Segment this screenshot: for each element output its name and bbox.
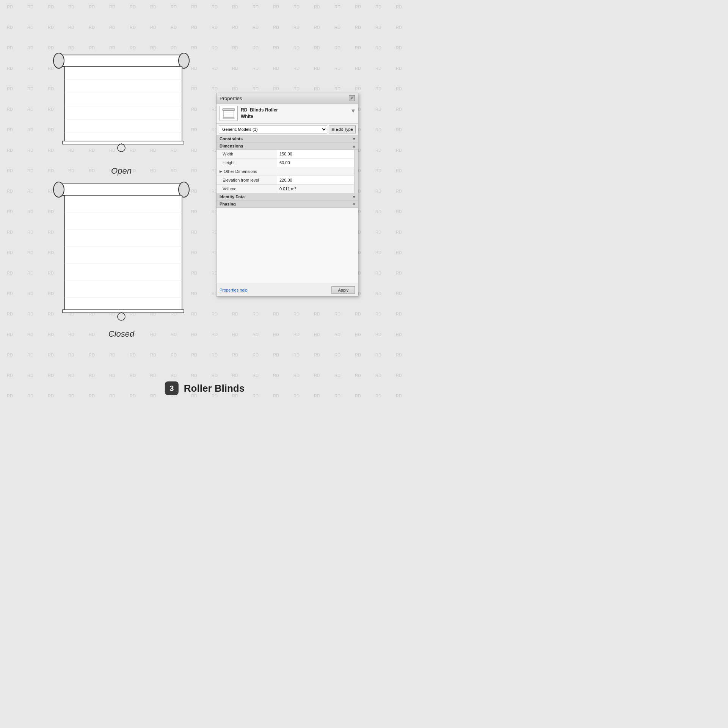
- component-name-line1: RD_Blinds Roller: [241, 107, 278, 113]
- label-number: 3: [165, 381, 179, 395]
- other-dimensions-toggle[interactable]: ▶ Other Dimensions: [217, 167, 277, 176]
- svg-rect-26: [223, 108, 235, 111]
- svg-point-3: [179, 53, 189, 68]
- dimensions-section-header[interactable]: Dimensions ▴: [217, 143, 358, 150]
- edit-type-button[interactable]: ⊞ Edit Type: [329, 125, 356, 133]
- label-text: Roller Blinds: [184, 383, 245, 394]
- width-label: Width: [217, 150, 277, 158]
- phasing-section-header[interactable]: Phasing ▾: [217, 201, 358, 208]
- other-dimensions-label: Other Dimensions: [224, 169, 257, 174]
- identity-data-collapse-icon[interactable]: ▾: [353, 195, 355, 199]
- empty-properties-area: [217, 208, 358, 284]
- height-label: Height: [217, 158, 277, 167]
- dimensions-label: Dimensions: [220, 144, 243, 148]
- svg-point-24: [118, 313, 125, 320]
- blind-closed-drawing: Closed: [38, 167, 205, 339]
- height-row: Height 60.00: [217, 158, 358, 167]
- constraints-section-header[interactable]: Constraints ▾: [217, 135, 358, 143]
- svg-rect-31: [223, 118, 234, 119]
- svg-point-15: [179, 182, 189, 197]
- dropdown-row: Generic Models (1) ⊞ Edit Type: [217, 124, 358, 135]
- svg-rect-16: [64, 195, 182, 311]
- other-dimensions-row[interactable]: ▶ Other Dimensions: [217, 167, 358, 176]
- edit-type-label: Edit Type: [336, 127, 353, 132]
- properties-help-link[interactable]: Properties help: [220, 288, 248, 292]
- svg-point-2: [53, 53, 64, 68]
- bottom-label: 3 Roller Blinds: [165, 381, 245, 395]
- elevation-label: Elevation from level: [217, 176, 277, 184]
- phasing-label: Phasing: [220, 202, 236, 206]
- svg-rect-1: [59, 55, 184, 66]
- svg-point-14: [53, 182, 64, 197]
- elevation-value[interactable]: 220.00: [277, 176, 354, 184]
- edit-type-icon: ⊞: [331, 127, 334, 132]
- width-value[interactable]: 150.00: [277, 150, 354, 158]
- panel-footer: Properties help Apply: [217, 284, 358, 296]
- panel-titlebar: Properties ×: [217, 93, 358, 104]
- identity-data-label: Identity Data: [220, 195, 245, 199]
- height-value[interactable]: 60.00: [277, 158, 354, 167]
- svg-point-11: [118, 144, 125, 152]
- other-dimensions-expand-icon: ▶: [220, 169, 222, 173]
- canvas-area: Open Clo: [0, 0, 410, 410]
- svg-rect-23: [63, 310, 184, 313]
- panel-close-button[interactable]: ×: [349, 95, 355, 101]
- volume-label: Volume: [217, 185, 277, 193]
- component-name-line2: White: [241, 113, 278, 120]
- panel-title: Properties: [220, 96, 242, 101]
- phasing-collapse-icon[interactable]: ▾: [353, 202, 355, 206]
- constraints-label: Constraints: [220, 136, 243, 141]
- component-thumbnail: [220, 106, 238, 121]
- closed-label: Closed: [38, 329, 205, 339]
- category-dropdown[interactable]: Generic Models (1): [219, 125, 327, 133]
- constraints-collapse-icon[interactable]: ▾: [353, 137, 355, 141]
- apply-button[interactable]: Apply: [331, 286, 355, 294]
- svg-rect-4: [64, 66, 182, 142]
- svg-rect-27: [223, 111, 234, 118]
- volume-row: Volume 0.011 m³: [217, 185, 358, 193]
- panel-header: RD_Blinds Roller White ▾: [217, 104, 358, 124]
- header-dropdown-arrow[interactable]: ▾: [351, 107, 355, 115]
- dimensions-collapse-icon[interactable]: ▴: [353, 144, 355, 148]
- svg-rect-13: [59, 184, 184, 195]
- width-row: Width 150.00: [217, 150, 358, 158]
- svg-rect-10: [63, 141, 184, 144]
- identity-data-section-header[interactable]: Identity Data ▾: [217, 193, 358, 201]
- panel-scroll-area: Constraints ▾ Dimensions ▴ Width 150.00 …: [217, 135, 358, 284]
- properties-panel: Properties × RD_Blinds Roller White: [216, 93, 358, 297]
- volume-value: 0.011 m³: [277, 185, 354, 193]
- elevation-row: Elevation from level 220.00: [217, 176, 358, 185]
- other-dimensions-value: [277, 167, 354, 176]
- blind-open-drawing: Open: [38, 38, 205, 176]
